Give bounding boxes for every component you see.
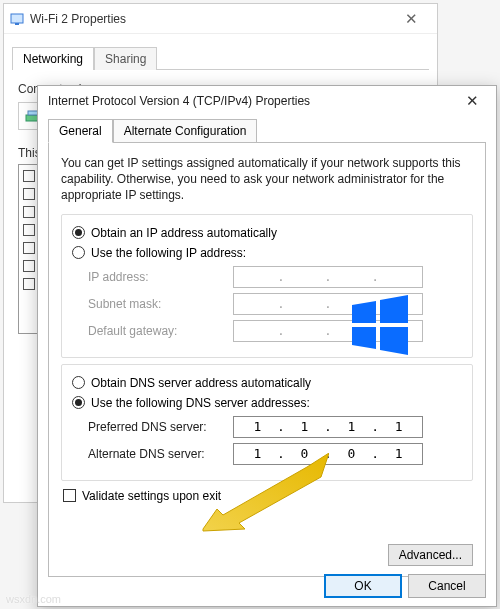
subnet-mask-label: Subnet mask: <box>88 297 233 311</box>
wifi-window-title: Wi-Fi 2 Properties <box>30 12 391 26</box>
radio-ip-auto-label: Obtain an IP address automatically <box>91 226 277 240</box>
alternate-dns-input[interactable]: 1. 0. 0. 1 <box>233 443 423 465</box>
validate-label: Validate settings upon exit <box>82 489 221 503</box>
svg-marker-7 <box>380 327 408 355</box>
tab-general[interactable]: General <box>48 119 113 143</box>
ipv4-window-title: Internet Protocol Version 4 (TCP/IPv4) P… <box>48 94 450 108</box>
default-gateway-label: Default gateway: <box>88 324 233 338</box>
preferred-dns-input[interactable]: 1. 1. 1. 1 <box>233 416 423 438</box>
svg-rect-1 <box>15 23 19 25</box>
intro-text: You can get IP settings assigned automat… <box>61 155 473 204</box>
ip-address-label: IP address: <box>88 270 233 284</box>
radio-dns-manual-label: Use the following DNS server addresses: <box>91 396 310 410</box>
tab-sharing[interactable]: Sharing <box>94 47 157 70</box>
ipv4-tabs: General Alternate Configuration <box>48 118 486 143</box>
tab-alt-config[interactable]: Alternate Configuration <box>113 119 258 143</box>
ip-address-row: IP address: ... <box>88 266 462 288</box>
radio-icon <box>72 396 85 409</box>
alternate-dns-row: Alternate DNS server: 1. 0. 0. 1 <box>88 443 462 465</box>
radio-dns-manual[interactable]: Use the following DNS server addresses: <box>72 396 462 410</box>
svg-marker-6 <box>352 327 376 349</box>
checkbox-icon[interactable] <box>23 206 35 218</box>
wifi-tabs: Networking Sharing <box>12 46 429 70</box>
checkbox-icon[interactable] <box>23 224 35 236</box>
checkbox-icon[interactable] <box>23 242 35 254</box>
ipv4-properties-window: Internet Protocol Version 4 (TCP/IPv4) P… <box>37 85 497 607</box>
validate-checkbox-row[interactable]: Validate settings upon exit <box>63 489 473 503</box>
checkbox-icon[interactable] <box>23 278 35 290</box>
ip-address-input: ... <box>233 266 423 288</box>
network-adapter-icon <box>10 12 24 26</box>
ok-button[interactable]: OK <box>324 574 402 598</box>
radio-icon <box>72 226 85 239</box>
checkbox-icon[interactable] <box>23 170 35 182</box>
checkbox-icon[interactable] <box>63 489 76 502</box>
windows-logo-icon <box>346 291 414 359</box>
radio-icon <box>72 376 85 389</box>
radio-ip-manual[interactable]: Use the following IP address: <box>72 246 462 260</box>
svg-marker-5 <box>380 295 408 323</box>
preferred-dns-label: Preferred DNS server: <box>88 420 233 434</box>
ipv4-close-button[interactable]: ✕ <box>450 87 494 115</box>
radio-dns-auto[interactable]: Obtain DNS server address automatically <box>72 376 462 390</box>
ip-group: Obtain an IP address automatically Use t… <box>61 214 473 358</box>
checkbox-icon[interactable] <box>23 260 35 272</box>
svg-rect-0 <box>11 14 23 23</box>
svg-marker-4 <box>352 301 376 323</box>
dns-group: Obtain DNS server address automatically … <box>61 364 473 481</box>
wifi-close-button[interactable]: ✕ <box>391 10 431 28</box>
radio-ip-manual-label: Use the following IP address: <box>91 246 246 260</box>
ipv4-body: You can get IP settings assigned automat… <box>48 143 486 577</box>
ipv4-titlebar: Internet Protocol Version 4 (TCP/IPv4) P… <box>38 86 496 116</box>
wifi-titlebar: Wi-Fi 2 Properties ✕ <box>4 4 437 34</box>
advanced-button[interactable]: Advanced... <box>388 544 473 566</box>
preferred-dns-row: Preferred DNS server: 1. 1. 1. 1 <box>88 416 462 438</box>
alternate-dns-label: Alternate DNS server: <box>88 447 233 461</box>
dialog-buttons: OK Cancel <box>324 574 486 598</box>
radio-icon <box>72 246 85 259</box>
radio-dns-auto-label: Obtain DNS server address automatically <box>91 376 311 390</box>
tab-networking[interactable]: Networking <box>12 47 94 70</box>
cancel-button[interactable]: Cancel <box>408 574 486 598</box>
radio-ip-auto[interactable]: Obtain an IP address automatically <box>72 226 462 240</box>
checkbox-icon[interactable] <box>23 188 35 200</box>
watermark: wsxdn.com <box>6 593 61 605</box>
